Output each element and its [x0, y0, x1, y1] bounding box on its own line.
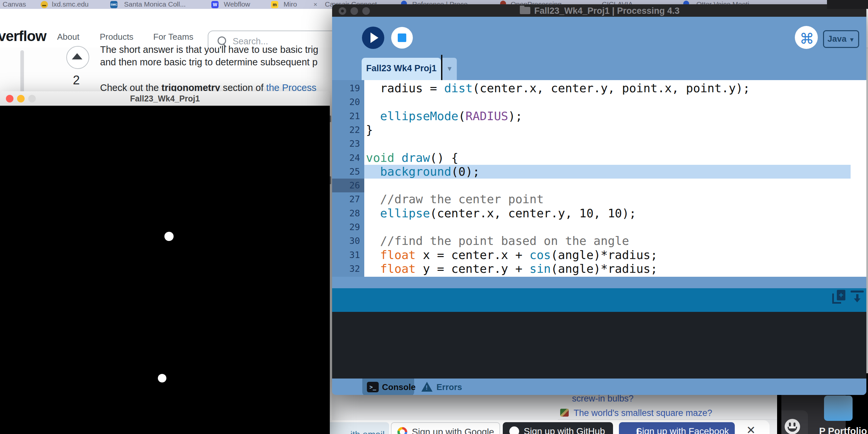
mode-selector[interactable]: Java ▼	[823, 30, 859, 48]
close-icon[interactable]: ✕	[312, 1, 319, 8]
nav-about[interactable]: About	[57, 32, 80, 42]
line-number: 23	[332, 137, 364, 151]
scroll-bottom-icon-arrow	[854, 299, 861, 302]
favicon-miro-icon: m	[271, 1, 278, 8]
screen: Canvaslxd.smc.eduSMCSanta Monica Coll...…	[0, 0, 868, 434]
code-line: float y = center.y + sin(angle)*radius;	[366, 262, 658, 276]
signup-google-button[interactable]: Sign up with Google	[391, 422, 500, 434]
line-number: 26	[332, 179, 364, 192]
line-number: 19	[332, 82, 364, 95]
code-line: //draw the center point	[366, 192, 544, 206]
browser-tab-label[interactable]: Webflow	[224, 0, 250, 9]
code-line: radius = dist(center.x, center.y, point.…	[366, 82, 750, 95]
mode-label: Java	[828, 34, 847, 44]
sketch-center-point	[164, 232, 174, 241]
line-number: 25	[332, 165, 364, 179]
sketch-window: Fall23_Wk4_Proj1	[0, 91, 330, 434]
chevron-down-icon: ▼	[849, 36, 855, 43]
code-editor[interactable]: 1920212223242526272829303132 radius = di…	[332, 80, 866, 277]
ide-toolbar: ⌘ Java ▼	[332, 17, 866, 54]
line-number: 30	[332, 234, 364, 248]
close-traffic-light[interactable]	[339, 7, 346, 15]
favicon-emoji-icon	[41, 1, 48, 8]
favicon-w-icon: W	[211, 1, 219, 8]
sketch-orbit-point	[158, 374, 166, 382]
debug-button[interactable]: ⌘	[795, 26, 818, 49]
code-line: }	[366, 123, 373, 137]
console-tabbar: >_ Console Errors	[332, 378, 866, 395]
site-favicon-icon	[560, 409, 569, 416]
close-icon[interactable]: ✕	[746, 424, 756, 434]
upvote-arrow-icon	[72, 53, 82, 59]
line-number: 22	[332, 123, 364, 137]
line-number: 32	[332, 262, 364, 276]
run-button[interactable]	[362, 27, 384, 49]
sketch-titlebar[interactable]: Fall23_Wk4_Proj1	[0, 91, 330, 106]
window-thumbnail[interactable]	[824, 396, 852, 421]
copy-plus-icon[interactable]: +	[837, 290, 845, 300]
browser-tab-label[interactable]: Miro	[283, 0, 297, 9]
code-line: background(0);	[366, 165, 480, 179]
divider	[558, 419, 781, 420]
browser-tab-label[interactable]: Santa Monica Coll...	[124, 0, 186, 9]
code-line: ellipse(center.x, center.y, 10, 10);	[366, 207, 636, 220]
line-number: 20	[332, 95, 364, 109]
favicon-smc-icon: SMC	[110, 1, 118, 8]
console-tab-label: Console	[382, 382, 416, 392]
portfolio-label: P Portfolio	[819, 426, 867, 434]
code-line: float x = center.x + cos(angle)*radius;	[366, 248, 658, 262]
hot-question-link-2[interactable]: The world's smallest square maze?	[574, 408, 712, 418]
ide-statusbar: +	[332, 288, 866, 312]
tab-console[interactable]: >_ Console	[362, 378, 414, 395]
browser-tab-label[interactable]: Canvas	[3, 0, 26, 9]
zoom-traffic-light[interactable]	[362, 7, 370, 15]
answer-text: and then more basic trig to determine su…	[100, 57, 318, 68]
browser-tab-label[interactable]: lxd.smc.edu	[52, 0, 89, 9]
minimize-traffic-light[interactable]	[350, 7, 358, 15]
search-icon	[218, 36, 226, 45]
stop-button[interactable]	[391, 27, 413, 49]
nav-products[interactable]: Products	[100, 32, 133, 42]
tab-errors[interactable]: Errors	[436, 382, 462, 392]
code-line: ellipseMode(RADIUS);	[366, 109, 522, 123]
ide-tabbar: Fall23 Wk4 Proj1 ▼	[332, 54, 866, 80]
smiley-emoji-icon	[785, 419, 800, 434]
warning-icon	[422, 382, 433, 392]
hot-question-link[interactable]: screw-in bulbs?	[572, 394, 634, 404]
github-button-label: Sign up with GitHub	[524, 426, 605, 434]
line-number: 21	[332, 109, 364, 123]
terminal-icon: >_	[367, 382, 379, 392]
line-number: 28	[332, 207, 364, 220]
signup-email-button[interactable]: ith email	[325, 422, 389, 434]
tab-menu-button[interactable]: ▼	[442, 58, 457, 80]
answer-text-clipped: The short answer is that you'll have to …	[100, 44, 318, 55]
folder-icon	[520, 7, 530, 14]
code-line: void draw() {	[366, 151, 459, 165]
line-number: 27	[332, 192, 364, 206]
google-icon	[397, 427, 407, 434]
top-right-dark-region	[827, 0, 868, 9]
signup-github-button[interactable]: Sign up with GitHub	[503, 422, 613, 434]
line-number: 29	[332, 220, 364, 234]
vote-count: 2	[73, 73, 80, 87]
scroll-bottom-icon[interactable]	[850, 290, 864, 292]
ide-titlebar[interactable]: Fall23_Wk4_Proj1 | Processing 4.3	[332, 4, 866, 17]
github-icon	[509, 427, 519, 434]
google-button-label: Sign up with Google	[412, 427, 494, 434]
sketch-tab[interactable]: Fall23 Wk4 Proj1	[362, 58, 441, 80]
scroll-bottom-icon-stem	[856, 294, 859, 299]
sketch-window-title: Fall23_Wk4_Proj1	[0, 94, 330, 103]
line-number: 31	[332, 248, 364, 262]
sketch-canvas[interactable]	[0, 106, 330, 434]
nav-for-teams[interactable]: For Teams	[153, 32, 193, 42]
editor-footer-strip	[332, 277, 866, 288]
upvote-button[interactable]	[66, 46, 89, 69]
code-area[interactable]: radius = dist(center.x, center.y, point.…	[364, 80, 866, 277]
processing-ide-window: Fall23_Wk4_Proj1 | Processing 4.3 ⌘ Java…	[332, 4, 866, 395]
code-line: //find the point based on the angle	[366, 234, 629, 248]
console-output[interactable]	[332, 312, 866, 378]
ide-window-title: Fall23_Wk4_Proj1 | Processing 4.3	[534, 6, 680, 16]
facebook-button-label: Sign up with Facebook	[636, 426, 729, 434]
signup-facebook-button[interactable]: f Sign up with Facebook	[619, 422, 735, 434]
stackoverflow-logo[interactable]: verflow	[0, 28, 46, 44]
